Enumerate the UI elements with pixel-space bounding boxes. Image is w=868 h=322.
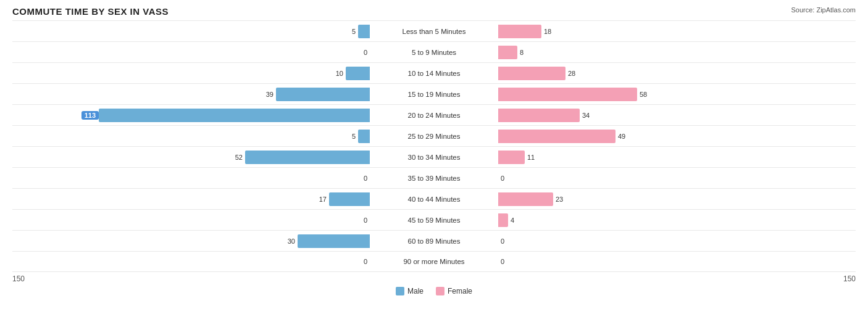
- legend-male: Male: [396, 287, 424, 295]
- male-bar-container: 30: [12, 231, 370, 251]
- male-bar-container: 0: [12, 168, 370, 188]
- bar-row: 52 30 to 34 Minutes 11: [12, 146, 856, 167]
- left-section: 39: [12, 84, 372, 104]
- female-value: 11: [527, 154, 540, 161]
- male-bar-container: 0: [12, 210, 370, 230]
- left-section: 10: [12, 63, 372, 83]
- center-label: 5 to 9 Minutes: [372, 49, 496, 56]
- right-section: 18: [496, 21, 856, 41]
- female-bar: [498, 213, 508, 227]
- bar-row: 5 25 to 29 Minutes 49: [12, 125, 856, 146]
- male-value: 5: [343, 28, 356, 35]
- male-bar-container: 113: [12, 105, 370, 125]
- left-section: 5: [12, 21, 372, 41]
- male-value: 17: [314, 196, 327, 203]
- center-label: 60 to 89 Minutes: [372, 237, 496, 245]
- male-bar-container: 5: [12, 126, 370, 146]
- female-bar: [498, 109, 580, 122]
- male-bar: [245, 151, 370, 164]
- bar-row: 0 90 or more Minutes 0: [12, 251, 856, 272]
- male-value: 10: [331, 70, 343, 77]
- left-section: 52: [12, 147, 372, 167]
- male-bar: [276, 88, 370, 101]
- female-value: 18: [544, 28, 556, 35]
- male-bar-container: 10: [12, 63, 370, 83]
- female-bar: [498, 25, 541, 38]
- male-swatch: [396, 287, 404, 295]
- male-value: 0: [355, 175, 367, 182]
- left-section: 5: [12, 126, 372, 146]
- female-value: 0: [501, 258, 513, 265]
- center-label: 45 to 59 Minutes: [372, 217, 496, 224]
- male-value: 5: [343, 133, 356, 140]
- male-bar: [99, 109, 370, 122]
- female-bar: [498, 46, 517, 59]
- male-value: 30: [283, 237, 295, 245]
- female-bar: [498, 88, 637, 101]
- male-bar: [358, 25, 370, 38]
- right-section: 28: [496, 63, 856, 83]
- left-section: 113: [12, 105, 372, 125]
- bar-row: 30 60 to 89 Minutes 0: [12, 230, 856, 251]
- male-bar: [358, 130, 370, 143]
- bar-row: 5 Less than 5 Minutes 18: [12, 20, 856, 41]
- center-label: 15 to 19 Minutes: [372, 91, 496, 98]
- center-label: 30 to 34 Minutes: [372, 154, 496, 161]
- female-value: 34: [582, 112, 595, 119]
- male-bar-container: 17: [12, 189, 370, 209]
- male-bar: [329, 192, 370, 206]
- center-label: 20 to 24 Minutes: [372, 112, 496, 119]
- source-label: Source: ZipAtlas.com: [791, 6, 856, 14]
- bar-row: 0 35 to 39 Minutes 0: [12, 167, 856, 188]
- female-value: 28: [568, 70, 580, 77]
- female-legend-label: Female: [448, 287, 472, 295]
- left-section: 30: [12, 231, 372, 251]
- female-bar: [498, 67, 565, 80]
- right-section: 23: [496, 189, 856, 209]
- right-section: 11: [496, 147, 856, 167]
- female-value: 4: [511, 217, 523, 224]
- female-bar: [498, 151, 525, 164]
- bar-row: 0 45 to 59 Minutes 4: [12, 209, 856, 230]
- male-bar: [298, 234, 370, 248]
- legend-female: Female: [436, 287, 472, 295]
- female-bar: [498, 130, 616, 143]
- bar-row: 39 15 to 19 Minutes 58: [12, 83, 856, 104]
- axis-row: 150 150: [12, 275, 856, 283]
- bar-row: 17 40 to 44 Minutes 23: [12, 188, 856, 209]
- male-value: 0: [355, 49, 367, 56]
- male-bar-container: 39: [12, 84, 370, 104]
- male-value: 0: [355, 217, 367, 224]
- male-bar-container: 0: [12, 252, 370, 271]
- male-value-highlight: 113: [81, 111, 99, 120]
- chart-area: 5 Less than 5 Minutes 18 0 5 to 9 Minute…: [12, 20, 856, 295]
- female-value: 8: [520, 49, 532, 56]
- right-section: 49: [496, 126, 856, 146]
- left-section: 0: [12, 210, 372, 230]
- male-bar: [346, 67, 370, 80]
- right-section: 34: [496, 105, 856, 125]
- female-value: 23: [556, 196, 568, 203]
- female-value: 49: [618, 133, 630, 140]
- bar-row: 10 10 to 14 Minutes 28: [12, 62, 856, 83]
- female-value: 0: [501, 237, 513, 245]
- male-bar-container: 52: [12, 147, 370, 167]
- male-bar-container: 0: [12, 42, 370, 62]
- left-section: 17: [12, 189, 372, 209]
- axis-right-label: 150: [496, 275, 856, 283]
- center-label: 35 to 39 Minutes: [372, 175, 496, 182]
- male-bar-container: 5: [12, 21, 370, 41]
- female-bar: [498, 192, 553, 206]
- right-section: 8: [496, 42, 856, 62]
- bar-row: 0 5 to 9 Minutes 8: [12, 41, 856, 62]
- center-label: Less than 5 Minutes: [372, 28, 496, 35]
- male-value: 52: [230, 154, 243, 161]
- axis-left-label: 150: [12, 275, 372, 283]
- legend-row: Male Female: [12, 287, 856, 295]
- center-label: 90 or more Minutes: [372, 258, 496, 265]
- center-label: 25 to 29 Minutes: [372, 133, 496, 140]
- male-value: 39: [261, 91, 273, 98]
- bar-row: 113 20 to 24 Minutes 34: [12, 104, 856, 125]
- left-section: 0: [12, 168, 372, 188]
- female-value: 58: [640, 91, 652, 98]
